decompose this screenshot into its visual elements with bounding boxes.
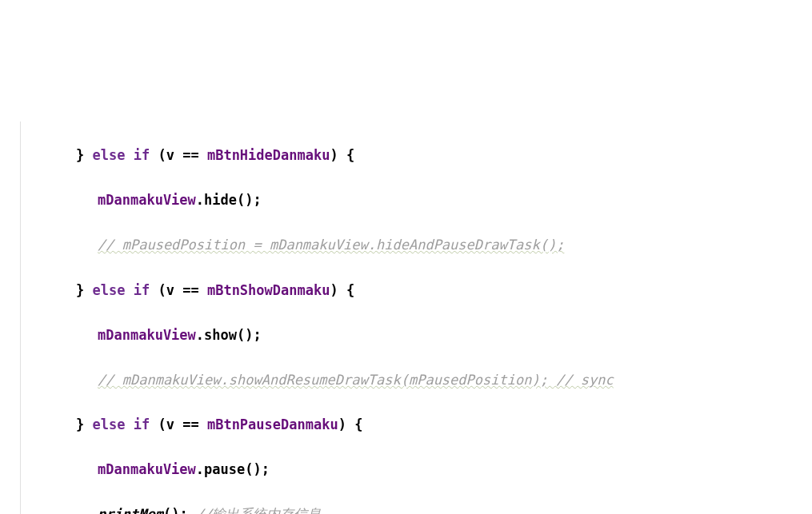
method-pause: pause [204, 461, 245, 477]
semicolon: ; [262, 461, 270, 477]
semicolon: ; [254, 327, 262, 343]
semicolon: ; [179, 506, 187, 514]
field-mDanmakuView: mDanmakuView [98, 461, 196, 477]
brace-open: { [354, 416, 362, 432]
paren-open: ( [163, 506, 171, 514]
paren-close: ) [245, 192, 253, 208]
field-mDanmakuView: mDanmakuView [98, 327, 196, 343]
var-v: v [166, 147, 174, 163]
field-mBtnPauseDanmaku: mBtnPauseDanmaku [207, 416, 338, 432]
field-mBtnHideDanmaku: mBtnHideDanmaku [207, 147, 330, 163]
brace-open: { [346, 147, 354, 163]
code-line[interactable]: mDanmakuView.pause(); [0, 458, 812, 480]
code-editor[interactable]: } else if (v == mBtnHideDanmaku) { mDanm… [0, 90, 812, 514]
code-line[interactable]: } else if (v == mBtnHideDanmaku) { [0, 144, 812, 166]
op-eq: == [182, 416, 198, 432]
keyword-if: if [134, 282, 150, 298]
keyword-else: else [93, 416, 126, 432]
keyword-else: else [93, 282, 126, 298]
op-eq: == [182, 147, 198, 163]
paren-open: ( [237, 327, 245, 343]
keyword-if: if [134, 416, 150, 432]
keyword-if: if [134, 147, 150, 163]
var-v: v [166, 416, 174, 432]
method-show: show [204, 327, 237, 343]
brace-close: } [76, 282, 84, 298]
code-line[interactable]: mDanmakuView.hide(); [0, 189, 812, 211]
code-line[interactable]: // mDanmakuView.showAndResumeDrawTask(mP… [0, 369, 812, 391]
field-mBtnShowDanmaku: mBtnShowDanmaku [207, 282, 330, 298]
keyword-else: else [93, 147, 126, 163]
dot: . [196, 461, 204, 477]
semicolon: ; [254, 192, 262, 208]
comment: //输出系统内存信息 [196, 506, 321, 514]
brace-close: } [76, 416, 84, 432]
dot: . [196, 192, 204, 208]
gutter [0, 122, 21, 514]
method-hide: hide [204, 192, 237, 208]
dot: . [196, 327, 204, 343]
op-eq: == [182, 282, 198, 298]
comment: // mDanmakuView.showAndResumeDrawTask(mP… [98, 372, 614, 388]
method-printMem: printMem [98, 506, 163, 514]
paren-close: ) [330, 282, 338, 298]
paren-close: ) [330, 147, 338, 163]
paren-close: ) [171, 506, 179, 514]
code-line[interactable]: } else if (v == mBtnPauseDanmaku) { [0, 413, 812, 436]
paren-open: ( [237, 192, 245, 208]
brace-close: } [76, 147, 84, 163]
var-v: v [166, 282, 174, 298]
field-mDanmakuView: mDanmakuView [98, 192, 196, 208]
paren-open: ( [158, 147, 166, 163]
paren-open: ( [158, 416, 166, 432]
paren-close: ) [254, 461, 262, 477]
paren-open: ( [158, 282, 166, 298]
code-line[interactable]: // mPausedPosition = mDanmakuView.hideAn… [0, 233, 812, 256]
code-line[interactable]: printMem(); //输出系统内存信息 [0, 503, 812, 514]
comment: // mPausedPosition = mDanmakuView.hideAn… [98, 237, 564, 253]
paren-close: ) [245, 327, 253, 343]
paren-close: ) [338, 416, 346, 432]
brace-open: { [346, 282, 354, 298]
code-line[interactable]: } else if (v == mBtnShowDanmaku) { [0, 279, 812, 301]
code-line[interactable]: mDanmakuView.show(); [0, 324, 812, 346]
paren-open: ( [245, 461, 253, 477]
